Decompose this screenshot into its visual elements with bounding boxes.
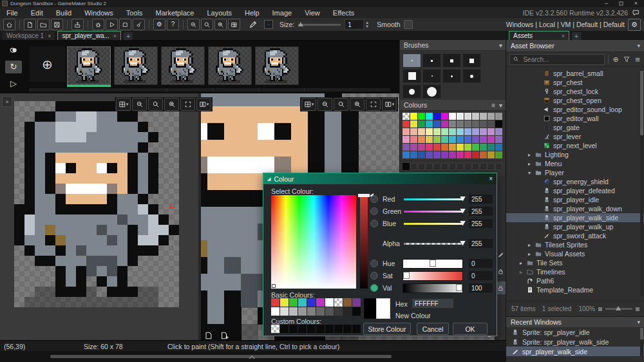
- colour-swatch[interactable]: [472, 144, 479, 151]
- channel-radio[interactable]: [370, 220, 378, 227]
- toolbar-button[interactable]: [149, 20, 149, 29]
- add-layer-icon[interactable]: [220, 331, 229, 340]
- recent-window-item[interactable]: spr_player_walk_side: [506, 347, 644, 356]
- brush-button[interactable]: [462, 69, 481, 83]
- canvas-toolbar-button[interactable]: ▾: [116, 98, 131, 111]
- asset-tree-item[interactable]: spr_barrel_small: [506, 69, 644, 78]
- basic-colour-swatch[interactable]: [316, 298, 325, 307]
- menu-item[interactable]: Image: [266, 9, 299, 17]
- brushes-header[interactable]: Brushes ▾: [400, 40, 506, 51]
- colour-swatch[interactable]: [464, 144, 471, 151]
- new-tab-button[interactable]: +: [124, 32, 133, 40]
- smooth-checkbox[interactable]: [404, 20, 413, 29]
- colour-swatch[interactable]: [410, 128, 417, 135]
- colour-swatch[interactable]: [480, 128, 487, 135]
- frame-strip-button[interactable]: ▷: [5, 77, 22, 90]
- chevron-up-icon[interactable]: [248, 351, 256, 356]
- tree-expander-icon[interactable]: ▾: [527, 170, 532, 176]
- custom-colour-swatch[interactable]: [352, 325, 361, 333]
- tree-expander-icon[interactable]: ▹: [518, 269, 524, 275]
- asset-tree-item[interactable]: spr_sword_attack: [506, 231, 644, 240]
- brush-button[interactable]: [402, 53, 421, 68]
- asset-tree-item[interactable]: ▹ Timelines: [506, 267, 644, 276]
- canvas-toolbar-button[interactable]: ▾: [196, 98, 211, 111]
- channel-slider-handle[interactable]: [460, 196, 466, 202]
- custom-colour-swatch[interactable]: [449, 163, 456, 170]
- custom-colour-swatch[interactable]: [316, 325, 325, 333]
- custom-colour-swatch[interactable]: [325, 325, 334, 333]
- toolbar-button[interactable]: [51, 19, 63, 30]
- colour-swatch[interactable]: [410, 113, 417, 120]
- asset-tree-item[interactable]: spr_editor_wall: [506, 114, 644, 123]
- colour-swatch[interactable]: [495, 113, 502, 120]
- workspace-tab[interactable]: Workspace 1 ×: [3, 32, 55, 40]
- colour-swatch[interactable]: [495, 128, 502, 135]
- custom-colour-swatch[interactable]: [433, 163, 440, 170]
- custom-colour-swatch[interactable]: [334, 325, 343, 333]
- basic-colour-swatch[interactable]: [343, 307, 352, 316]
- colour-swatch[interactable]: [457, 128, 464, 135]
- custom-colour-swatch[interactable]: [495, 163, 502, 170]
- toolbar-button[interactable]: [133, 19, 145, 30]
- assets-tab[interactable]: Assets ×: [509, 31, 569, 40]
- colour-swatch[interactable]: [418, 151, 425, 158]
- store-colour-button[interactable]: Store Colour: [363, 323, 411, 335]
- custom-colour-swatch[interactable]: [480, 163, 487, 170]
- chevron-down-icon[interactable]: ▾: [637, 319, 640, 325]
- colour-swatch[interactable]: [433, 151, 440, 158]
- colour-swatch[interactable]: [449, 120, 456, 128]
- colour-swatch[interactable]: [426, 120, 433, 128]
- colour-swatch[interactable]: [433, 128, 440, 135]
- canvas-toolbar-button[interactable]: [180, 98, 195, 111]
- basic-colour-swatch[interactable]: [352, 298, 361, 307]
- sprite-frame-thumbnail[interactable]: [114, 46, 158, 85]
- basic-colour-swatch[interactable]: [325, 298, 334, 307]
- colour-swatch[interactable]: [457, 120, 464, 128]
- colour-swatch[interactable]: [480, 151, 487, 158]
- frame-strip-button[interactable]: [5, 44, 22, 57]
- asset-tree-item[interactable]: spr_energy_shield: [506, 177, 644, 186]
- colour-swatch[interactable]: [410, 151, 417, 158]
- menu-item[interactable]: Help: [238, 9, 266, 17]
- sprite-frame-thumbnail[interactable]: [255, 46, 299, 85]
- add-frame-button[interactable]: ⊕: [30, 46, 65, 82]
- custom-colour-swatch[interactable]: [307, 325, 316, 333]
- custom-colour-swatch[interactable]: [426, 163, 433, 170]
- colour-swatch[interactable]: [488, 151, 495, 158]
- colour-swatch[interactable]: [441, 151, 448, 158]
- menu-item[interactable]: Tools: [120, 9, 149, 17]
- brush-button[interactable]: [462, 53, 481, 68]
- menu-item[interactable]: Build: [50, 9, 78, 17]
- custom-colour-swatch[interactable]: [464, 163, 471, 170]
- asset-tree-item[interactable]: spr_lever: [506, 132, 644, 141]
- colour-swatch[interactable]: [472, 128, 479, 135]
- asset-tree-item[interactable]: ▸ Visual Assets: [506, 249, 644, 258]
- tree-expander-icon[interactable]: ▸: [527, 251, 532, 257]
- asset-tree-item[interactable]: spr_player_walk_side: [506, 213, 644, 222]
- toolbar-button[interactable]: [214, 19, 227, 30]
- colour-swatch[interactable]: [457, 136, 464, 143]
- chevron-down-icon[interactable]: ▾: [499, 42, 502, 49]
- left-canvas[interactable]: [14, 101, 179, 307]
- brush-button[interactable]: [442, 69, 461, 83]
- colour-swatch[interactable]: [441, 120, 448, 128]
- canvas-toolbar-button[interactable]: [350, 98, 365, 111]
- asset-tree-item[interactable]: spr_chest_open: [506, 96, 644, 105]
- search-input[interactable]: [522, 55, 601, 64]
- asset-tree-item[interactable]: spr_player_defeated: [506, 186, 644, 195]
- custom-colour-swatch[interactable]: [271, 325, 279, 333]
- brush-button[interactable]: [402, 84, 421, 99]
- colour-swatch[interactable]: [426, 144, 433, 151]
- colour-swatch[interactable]: [472, 113, 479, 120]
- colour-swatch[interactable]: [418, 120, 425, 128]
- asset-tree-item[interactable]: spr_chest: [506, 78, 644, 87]
- colour-swatch[interactable]: [433, 136, 440, 143]
- value-slider-handle[interactable]: [358, 194, 370, 197]
- size-value[interactable]: 1: [345, 19, 364, 30]
- channel-value[interactable]: 255: [469, 239, 493, 248]
- colour-swatch[interactable]: [472, 136, 479, 143]
- channel-slider[interactable]: [404, 211, 463, 213]
- channel-radio[interactable]: [370, 207, 378, 215]
- add-asset-icon[interactable]: ⊕: [612, 55, 620, 63]
- asset-tree-item[interactable]: spr_next_level: [506, 141, 644, 150]
